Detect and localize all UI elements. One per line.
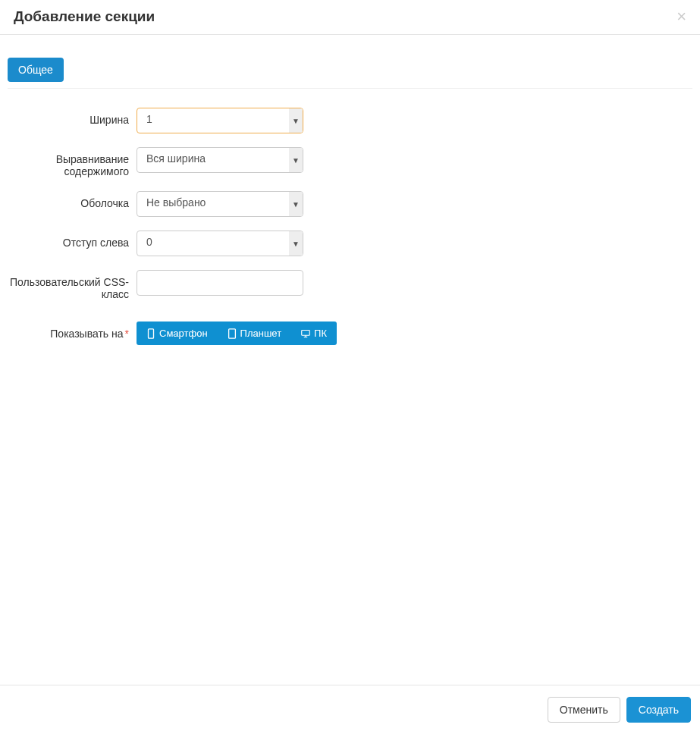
- form-section: Ширина 1 ▼ Выравнивание содержимого Вся …: [8, 89, 692, 345]
- select-wrapper[interactable]: Не выбрано: [137, 191, 303, 217]
- row-wrapper: Оболочка Не выбрано ▼: [8, 191, 692, 217]
- row-align: Выравнивание содержимого Вся ширина ▼: [8, 147, 692, 177]
- device-button-group: Смартфон Планшет ПК: [137, 322, 337, 345]
- label-align: Выравнивание содержимого: [8, 147, 137, 177]
- label-offset: Отступ слева: [8, 231, 137, 249]
- svg-rect-1: [228, 328, 235, 337]
- label-width: Ширина: [8, 108, 137, 126]
- select-offset[interactable]: 0: [137, 231, 303, 256]
- modal-title: Добавление секции: [14, 8, 155, 25]
- tablet-icon: [228, 328, 237, 339]
- desktop-icon: [301, 328, 310, 339]
- select-align-wrap: Вся ширина ▼: [137, 147, 303, 173]
- row-show-on: Показывать на* Смартфон Планшет ПК: [8, 322, 692, 345]
- select-width-wrap: 1 ▼: [137, 108, 303, 133]
- modal-footer: Отменить Создать: [0, 685, 700, 734]
- device-pc-button[interactable]: ПК: [291, 322, 337, 345]
- tab-general[interactable]: Общее: [8, 58, 64, 82]
- row-offset: Отступ слева 0 ▼: [8, 231, 692, 256]
- device-tablet-label: Планшет: [240, 328, 282, 339]
- modal-body: Общее Ширина 1 ▼ Выравнивание содержимог…: [0, 35, 700, 366]
- device-tablet-button[interactable]: Планшет: [218, 322, 292, 345]
- close-icon[interactable]: ×: [676, 8, 686, 25]
- row-css: Пользовательский CSS-класс: [8, 270, 692, 300]
- input-css-class[interactable]: [137, 270, 303, 296]
- select-offset-wrap: 0 ▼: [137, 231, 303, 256]
- label-wrapper: Оболочка: [8, 191, 137, 209]
- required-marker: *: [125, 328, 129, 340]
- device-pc-label: ПК: [314, 328, 327, 339]
- svg-rect-0: [149, 328, 154, 337]
- select-wrapper-wrap: Не выбрано ▼: [137, 191, 303, 217]
- create-button[interactable]: Создать: [626, 697, 691, 723]
- svg-rect-2: [302, 330, 310, 335]
- modal-header: Добавление секции ×: [0, 0, 700, 35]
- tabs: Общее: [8, 42, 692, 89]
- device-phone-label: Смартфон: [159, 328, 208, 339]
- select-width[interactable]: 1: [137, 108, 303, 133]
- label-show-on: Показывать на*: [8, 322, 137, 340]
- row-width: Ширина 1 ▼: [8, 108, 692, 133]
- label-show-on-text: Показывать на: [50, 328, 123, 340]
- select-align[interactable]: Вся ширина: [137, 147, 303, 173]
- cancel-button[interactable]: Отменить: [548, 697, 620, 723]
- smartphone-icon: [146, 328, 155, 339]
- device-phone-button[interactable]: Смартфон: [137, 322, 218, 345]
- label-css: Пользовательский CSS-класс: [8, 270, 137, 300]
